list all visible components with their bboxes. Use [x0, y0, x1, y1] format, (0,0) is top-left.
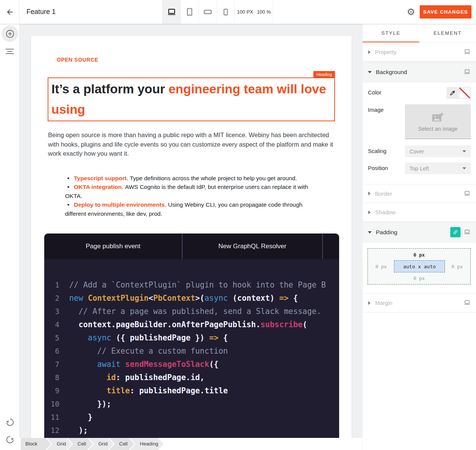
chevron-down-icon — [368, 71, 372, 73]
chevron-down-icon — [368, 231, 372, 234]
undo-icon — [5, 418, 15, 427]
element-size-value[interactable]: auto x auto — [394, 260, 445, 272]
section-padding[interactable]: Padding — [363, 222, 476, 243]
code-line: 2new ContextPlugin<PbContext>(async (con… — [44, 292, 339, 305]
device-desktop-button[interactable] — [162, 0, 180, 24]
color-picker-button[interactable] — [447, 87, 458, 99]
editor-toolbar: Feature 1 100 PX 100 % ⚙ SAVE CHA — [0, 0, 476, 24]
code-editor-body: 1// Add a `ContextPlugin` plugin to hook… — [44, 259, 339, 437]
laptop-icon — [464, 69, 471, 75]
code-line: 5 async ({ publishedPage }) => { — [44, 331, 339, 345]
line-number: 10 — [44, 397, 59, 411]
line-number: 4 — [44, 318, 59, 331]
breadcrumb-item-block[interactable]: Block — [21, 438, 51, 450]
padding-bottom-value[interactable]: 0 px — [368, 275, 470, 281]
code-tab-bar: Page publish eventNew GraphQL Resolver — [44, 234, 339, 259]
section-background[interactable]: Background — [363, 62, 476, 82]
section-border[interactable]: Border — [363, 184, 476, 203]
chevron-right-icon — [368, 50, 371, 54]
scaling-select[interactable]: Cover — [405, 145, 471, 157]
mobile-landscape-icon — [203, 7, 212, 17]
breadcrumb: BlockGridCellGridCellHeading — [15, 438, 362, 450]
feature-bullet: •OKTA integration. AWS Cognito is the de… — [65, 182, 318, 200]
save-changes-button[interactable]: SAVE CHANGES — [420, 5, 471, 19]
hero-heading: It’s a platform your engineering team wi… — [51, 79, 331, 120]
line-number: 11 — [44, 411, 59, 424]
redo-button[interactable] — [5, 435, 15, 444]
arrow-left-icon — [6, 8, 14, 16]
tab-style[interactable]: STYLE — [363, 24, 419, 42]
select-image-dropzone[interactable]: Select an image — [405, 104, 471, 139]
section-margin[interactable]: Margin — [363, 294, 476, 312]
padding-right-value[interactable]: 0 px — [451, 264, 463, 269]
line-number: 3 — [44, 305, 59, 318]
padding-settings: 0 px 0 px 0 px 0 px auto x auto — [363, 243, 476, 294]
line-number: 9 — [44, 384, 59, 397]
zoom-percent-value: 100 % — [257, 9, 271, 15]
background-settings: Color Image Select an image Scaling — [363, 82, 476, 184]
breadcrumb-item-heading[interactable]: Heading — [130, 438, 163, 450]
chevron-right-icon — [368, 210, 371, 214]
code-example-block[interactable]: Page publish eventNew GraphQL Resolver 1… — [44, 234, 339, 438]
laptop-icon — [464, 300, 471, 306]
code-line: 10 }); — [44, 397, 339, 411]
feature-bullet: •Typescript support. Type definitions ac… — [65, 174, 318, 182]
caret-down-icon — [462, 150, 466, 152]
laptop-icon — [464, 191, 471, 196]
editor-left-sidebar — [0, 24, 20, 450]
line-number: 1 — [44, 278, 59, 292]
style-panel: STYLE ELEMENT Property Background Color — [363, 24, 476, 450]
intro-paragraph[interactable]: Being open source is more than having a … — [48, 130, 334, 158]
panel-tab-bar: STYLE ELEMENT — [363, 24, 476, 43]
device-mobile-landscape-button[interactable] — [198, 0, 217, 24]
chevron-right-icon — [368, 301, 371, 305]
eyebrow-label[interactable]: OPEN SOURCE — [57, 57, 98, 63]
code-line: 8 id: publishedPage.id, — [44, 371, 339, 384]
section-shadow[interactable]: Shadow — [363, 203, 476, 222]
settings-button[interactable]: ⚙ — [405, 0, 417, 24]
code-line: 3 // After a page was published, send a … — [44, 305, 339, 318]
mobile-icon — [221, 8, 230, 17]
line-number: 7 — [44, 358, 59, 371]
line-number: 8 — [44, 371, 59, 384]
selected-heading-element[interactable]: Heading It’s a platform your engineering… — [48, 77, 335, 121]
no-color-swatch[interactable] — [459, 87, 470, 99]
feature-bullet-list[interactable]: •Typescript support. Type definitions ac… — [65, 174, 318, 218]
code-line: 9 title: publishedPage.title — [44, 384, 339, 397]
line-number: 12 — [44, 424, 59, 437]
code-tab[interactable]: New GraphQL Resolver — [183, 234, 323, 259]
chevron-right-icon — [368, 192, 371, 195]
padding-left-value[interactable]: 0 px — [375, 264, 387, 269]
section-property[interactable]: Property — [363, 43, 476, 62]
laptop-icon — [464, 229, 471, 235]
zoom-px-value: 100 PX — [237, 9, 253, 15]
code-line: 12 ); — [44, 424, 339, 437]
zoom-indicator: 100 PX 100 % — [235, 0, 273, 24]
back-button[interactable] — [0, 0, 20, 24]
link-values-button[interactable] — [450, 227, 460, 237]
line-number: 5 — [44, 331, 59, 345]
add-image-icon — [431, 111, 445, 124]
padding-top-value[interactable]: 0 px — [368, 252, 470, 258]
link-icon — [453, 229, 458, 235]
add-element-button[interactable] — [2, 25, 18, 42]
page-canvas: OPEN SOURCE Heading It’s a platform your… — [31, 36, 352, 438]
plus-circle-icon — [5, 29, 15, 39]
gear-icon: ⚙ — [407, 6, 415, 17]
padding-box-diagram: 0 px 0 px 0 px 0 px auto x auto — [367, 248, 471, 285]
element-tree-button[interactable] — [6, 49, 14, 55]
color-swatch-group — [447, 87, 471, 99]
laptop-icon — [167, 7, 177, 17]
code-line: 6 // Execute a custom function — [44, 345, 339, 358]
code-line: 1// Add a `ContextPlugin` plugin to hook… — [44, 278, 339, 292]
device-tablet-button[interactable] — [180, 0, 198, 24]
selection-badge: Heading — [313, 71, 335, 78]
tab-element[interactable]: ELEMENT — [419, 24, 476, 42]
code-tab[interactable]: Page publish event — [44, 234, 183, 259]
undo-button[interactable] — [5, 418, 15, 427]
tablet-icon — [185, 7, 194, 17]
device-mobile-button[interactable] — [217, 0, 235, 24]
eyedropper-icon — [450, 90, 456, 96]
position-select[interactable]: Top Left — [405, 162, 471, 174]
device-preview-group — [162, 0, 235, 24]
